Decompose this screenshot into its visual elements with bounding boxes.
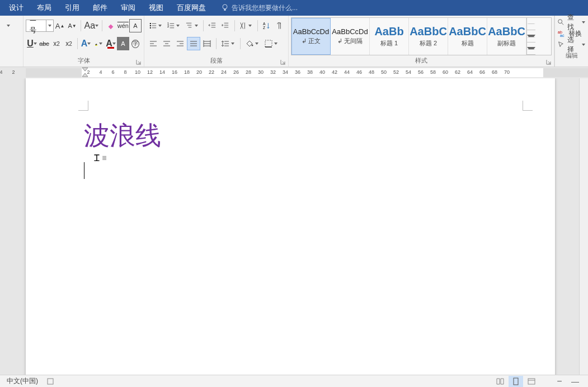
subscript-button[interactable]: x2 xyxy=(50,37,63,50)
styles-gallery: AaBbCcDd↲ 正文AaBbCcDd↲ 无间隔AaBb标题 1AaBbC标题… xyxy=(291,17,552,55)
replace-icon: abac xyxy=(557,29,566,38)
document-area[interactable]: 波浪线 Ꮖ ≣ xyxy=(0,78,579,375)
status-language[interactable]: 中文(中国) xyxy=(7,376,38,386)
tab-baidu[interactable]: 百度网盘 xyxy=(170,0,213,16)
tell-me-search[interactable]: 告诉我您想要做什么... xyxy=(220,3,298,13)
group-font: 一号 A▲ A▼ Aa wén A U abc x2 x2 A A xyxy=(23,16,144,67)
character-border-button[interactable]: A xyxy=(129,19,142,32)
show-marks-button[interactable] xyxy=(273,19,286,32)
asian-layout-button[interactable] xyxy=(237,19,255,32)
group-editing: 查找 abac 替换 选择 编辑 xyxy=(554,16,588,67)
svg-rect-11 xyxy=(265,40,272,47)
style-sample: AaBbCcDd xyxy=(332,27,368,36)
numbering-button[interactable]: 12 xyxy=(164,19,182,32)
increase-indent-button[interactable] xyxy=(219,19,232,32)
ruler-tick: 26 xyxy=(233,69,239,75)
decrease-indent-button[interactable] xyxy=(206,19,219,32)
accessibility-icon[interactable] xyxy=(46,377,55,386)
document-text[interactable]: 波浪线 xyxy=(84,119,161,153)
line-spacing-button[interactable] xyxy=(219,37,238,50)
numbering-icon: 12 xyxy=(167,21,175,30)
ruler-tick: 6 xyxy=(111,69,114,75)
svg-point-4 xyxy=(150,25,151,26)
tab-layout[interactable]: 布局 xyxy=(30,0,58,16)
style-item-3[interactable]: AaBbC标题 2 xyxy=(409,18,448,55)
font-size-combo[interactable]: 一号 xyxy=(26,20,54,32)
tab-review[interactable]: 审阅 xyxy=(114,0,142,16)
bucket-icon xyxy=(245,39,254,48)
ruler-tick: 4 xyxy=(0,69,3,75)
find-button[interactable]: 查找 xyxy=(557,17,586,28)
shrink-font-button[interactable]: A▼ xyxy=(66,19,78,32)
gallery-down-button[interactable] xyxy=(527,30,535,43)
style-item-0[interactable]: AaBbCcDd↲ 正文 xyxy=(291,18,331,55)
tab-view[interactable]: 视图 xyxy=(142,0,170,16)
style-label: ↲ 正文 xyxy=(302,37,321,45)
print-layout-button[interactable] xyxy=(509,376,523,387)
search-icon xyxy=(557,18,565,27)
character-shading-button[interactable]: A xyxy=(117,37,129,50)
highlight-button[interactable] xyxy=(92,37,105,50)
bullets-button[interactable] xyxy=(147,19,164,32)
strikethrough-button[interactable]: abc xyxy=(38,37,50,50)
tab-mailings[interactable]: 邮件 xyxy=(86,0,114,16)
gallery-up-button[interactable] xyxy=(527,18,535,30)
ruler-tick: 18 xyxy=(184,69,190,75)
grow-font-button[interactable]: A▲ xyxy=(54,19,66,32)
paragraph-dialog-launcher[interactable] xyxy=(280,59,286,65)
sort-button[interactable]: AZ xyxy=(260,19,273,32)
multilevel-list-button[interactable] xyxy=(183,19,201,32)
phonetic-guide-button[interactable]: wén xyxy=(117,19,129,32)
text-effects-button[interactable]: A xyxy=(80,37,92,50)
ruler-tick: 68 xyxy=(492,69,497,75)
style-item-4[interactable]: AaBbC标题 xyxy=(448,18,487,55)
ribbon: 一号 A▲ A▼ Aa wén A U abc x2 x2 A A xyxy=(0,16,588,67)
ruler-tick: 24 xyxy=(221,69,227,75)
style-item-1[interactable]: AaBbCcDd↲ 无间隔 xyxy=(331,18,370,55)
tab-references[interactable]: 引用 xyxy=(58,0,86,16)
ruler-tick: 46 xyxy=(356,69,362,75)
indent-marker-icon[interactable] xyxy=(82,67,88,77)
read-mode-button[interactable] xyxy=(493,376,507,387)
font-color-button[interactable]: A xyxy=(105,37,117,50)
ruler-tick: 38 xyxy=(307,69,313,75)
align-justify-button[interactable] xyxy=(187,37,200,50)
line-spacing-icon xyxy=(221,39,230,48)
ruler-tick: 56 xyxy=(418,69,424,75)
styles-dialog-launcher[interactable] xyxy=(545,59,552,65)
ruler-tick: 10 xyxy=(135,69,140,75)
ruler-tick: 48 xyxy=(369,69,374,75)
tab-design[interactable]: 设计 xyxy=(2,0,30,16)
distributed-button[interactable] xyxy=(200,37,214,50)
group-paragraph: 12 AZ xyxy=(144,16,289,67)
align-center-button[interactable] xyxy=(160,37,173,50)
superscript-button[interactable]: x2 xyxy=(63,37,75,50)
web-layout-button[interactable] xyxy=(524,376,539,387)
shading-button[interactable] xyxy=(243,37,262,50)
unknown-dropdown[interactable] xyxy=(2,19,15,32)
ruler-tick: 50 xyxy=(381,69,387,75)
select-button[interactable]: 选择 xyxy=(557,39,586,50)
style-sample: AaBb xyxy=(374,25,403,38)
svg-point-0 xyxy=(223,4,227,9)
clear-format-button[interactable] xyxy=(105,19,117,32)
horizontal-ruler[interactable]: 8642 24681012141618202224262830323436384… xyxy=(0,67,588,78)
gallery-more-button[interactable] xyxy=(527,43,535,55)
align-left-button[interactable] xyxy=(147,37,160,50)
font-dialog-launcher[interactable] xyxy=(135,59,142,65)
ruler-tick: 16 xyxy=(172,69,177,75)
ruler-tick: 40 xyxy=(319,69,325,75)
style-item-5[interactable]: AaBbC副标题 xyxy=(487,18,526,55)
bullets-icon xyxy=(149,21,157,30)
vertical-scrollbar[interactable] xyxy=(579,78,588,375)
underline-button[interactable]: U xyxy=(26,37,38,50)
borders-button[interactable] xyxy=(262,37,281,50)
style-item-2[interactable]: AaBb标题 1 xyxy=(370,18,409,55)
change-case-button[interactable]: Aa xyxy=(83,19,100,32)
svg-text:2: 2 xyxy=(167,25,169,28)
page[interactable]: 波浪线 Ꮖ ≣ xyxy=(26,78,555,375)
align-right-button[interactable] xyxy=(173,37,187,50)
ruler-tick: 44 xyxy=(344,69,350,75)
enclose-char-button[interactable]: 字 xyxy=(129,37,142,50)
zoom-out-button[interactable]: − xyxy=(552,376,567,387)
